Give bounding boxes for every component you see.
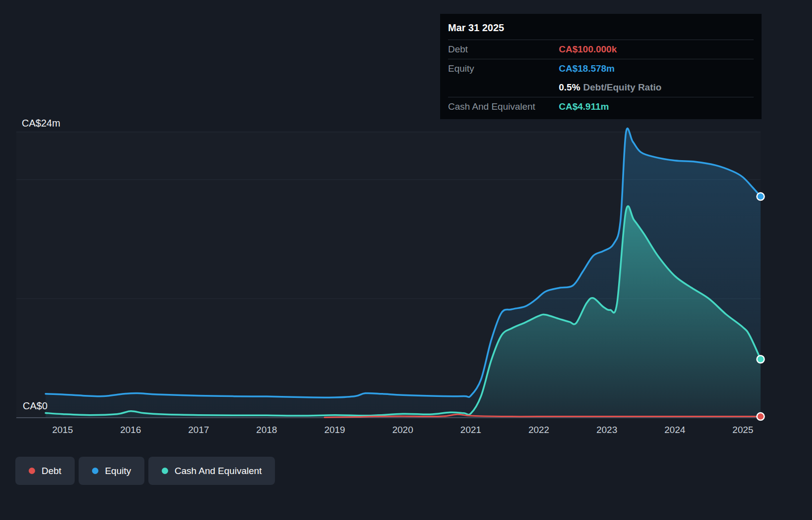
x-tick-label: 2021 <box>460 425 481 435</box>
x-tick-label: 2019 <box>324 425 345 435</box>
end-marker-cash-and-equivalent <box>757 355 765 363</box>
chart-legend: Debt Equity Cash And Equivalent <box>15 457 275 485</box>
chart-tooltip: Mar 31 2025 Debt CA$100.000k Equity CA$1… <box>440 14 762 119</box>
end-marker-equity <box>757 193 765 200</box>
tooltip-debt-value: CA$100.000k <box>559 44 617 55</box>
tooltip-row-ratio: 0.5%Debt/Equity Ratio <box>448 78 754 97</box>
equity-dot-icon <box>92 468 98 474</box>
x-tick-label: 2025 <box>732 425 753 435</box>
legend-item-equity[interactable]: Equity <box>79 457 144 485</box>
x-tick-label: 2020 <box>392 425 413 435</box>
tooltip-date: Mar 31 2025 <box>448 20 754 40</box>
x-tick-label: 2022 <box>528 425 549 435</box>
legend-item-debt[interactable]: Debt <box>15 457 75 485</box>
tooltip-row-equity: Equity CA$18.578m <box>448 59 754 78</box>
debt-dot-icon <box>29 468 35 474</box>
tooltip-row-cash: Cash And Equivalent CA$4.911m <box>448 97 754 116</box>
cash-dot-icon <box>162 468 168 474</box>
tooltip-cash-label: Cash And Equivalent <box>448 101 559 112</box>
x-tick-label: 2016 <box>120 425 141 435</box>
legend-cash-label: Cash And Equivalent <box>175 466 262 477</box>
tooltip-row-debt: Debt CA$100.000k <box>448 40 754 59</box>
x-tick-label: 2023 <box>596 425 617 435</box>
x-tick-label: 2015 <box>52 425 73 435</box>
tooltip-debt-label: Debt <box>448 44 559 55</box>
legend-equity-label: Equity <box>105 466 131 477</box>
end-marker-debt <box>757 413 765 420</box>
tooltip-equity-value: CA$18.578m <box>559 63 615 74</box>
legend-item-cash[interactable]: Cash And Equivalent <box>148 457 275 485</box>
x-tick-label: 2018 <box>256 425 277 435</box>
x-tick-label: 2024 <box>665 425 685 435</box>
tooltip-equity-label: Equity <box>448 63 559 74</box>
tooltip-ratio-label: Debt/Equity Ratio <box>583 82 661 92</box>
tooltip-ratio-value: 0.5% <box>559 82 580 92</box>
tooltip-cash-value: CA$4.911m <box>559 101 609 112</box>
legend-debt-label: Debt <box>42 466 61 477</box>
x-tick-label: 2017 <box>188 425 209 435</box>
